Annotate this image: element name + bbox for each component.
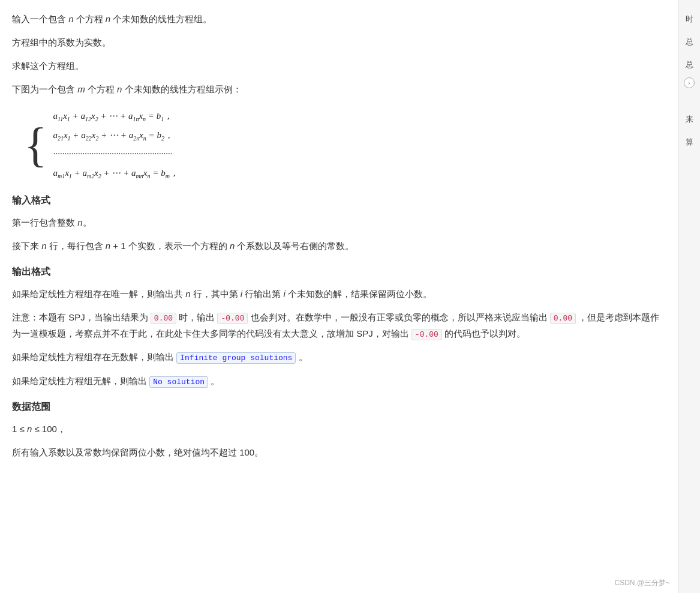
footer-note: CSDN @三分梦~ [614,578,670,588]
matrix-line-m: am1x1 + am2x2 + ⋯ + amnxn = bm， [53,164,178,183]
infinite-solutions-line: 如果给定线性方程组存在无数解，则输出 Infinite group soluti… [12,349,660,365]
intro-line-3: 求解这个方程组。 [12,58,660,74]
code-neg-0-00-2: -0.00 [411,329,442,340]
output-note-paragraph: 注意：本题有 SPJ，当输出结果为 0.00 时，输出 -0.00 也会判对。在… [12,309,660,342]
sidebar-item-5[interactable]: 算 [683,129,696,134]
code-0-00-2: 0.00 [550,313,576,324]
code-0-00: 0.00 [151,313,176,324]
data-range-line-1: 1 ≤ n ≤ 100， [12,421,660,437]
code-neg-0-00: -0.00 [217,313,248,324]
data-range-line-2: 所有输入系数以及常数均保留两位小数，绝对值均不超过 100。 [12,444,660,460]
input-format-line-1: 第一行包含整数 n。 [12,214,660,230]
output-format-heading: 输出格式 [12,263,660,281]
intro-line-1: 输入一个包含 n 个方程 n 个未知数的线性方程组。 [12,11,660,27]
input-format-line-2: 接下来 n 行，每行包含 n + 1 个实数，表示一个方程的 n 个系数以及等号… [12,238,660,254]
sidebar-item-3[interactable]: 总 [683,52,696,56]
intro-line-2: 方程组中的系数为实数。 [12,34,660,50]
sidebar: 时 总 总 › 来 算 [678,0,700,593]
matrix-brace: { [24,121,47,169]
matrix-display: { a11x1 + a12x2 + ⋯ + a1nxn = b1， a21x1 … [24,107,660,182]
matrix-line-dots: ········································… [53,145,178,164]
no-solution-line: 如果给定线性方程组无解，则输出 No solution 。 [12,373,660,389]
intro-line-4: 下图为一个包含 m 个方程 n 个未知数的线性方程组示例： [12,81,660,97]
sidebar-item-1[interactable]: 时 [683,6,696,11]
sidebar-item-2[interactable]: 总 [683,29,696,34]
data-range-heading: 数据范围 [12,399,660,416]
sidebar-item-4[interactable]: 来 [683,106,696,111]
output-format-unique: 如果给定线性方程组存在唯一解，则输出共 n 行，其中第 i 行输出第 i 个未知… [12,286,660,302]
input-format-heading: 输入格式 [12,192,660,209]
code-infinite: Infinite group solutions [176,352,296,364]
matrix-lines: a11x1 + a12x2 + ⋯ + a1nxn = b1， a21x1 + … [53,107,178,182]
main-content: 输入一个包含 n 个方程 n 个未知数的线性方程组。 方程组中的系数为实数。 求… [0,0,678,593]
matrix-line-2: a21x1 + a22x2 + ⋯ + a2nxn = b2， [53,126,178,145]
code-no-solution: No solution [149,376,208,388]
matrix-line-1: a11x1 + a12x2 + ⋯ + a1nxn = b1， [53,107,178,126]
sidebar-collapse-arrow[interactable]: › [684,77,695,88]
